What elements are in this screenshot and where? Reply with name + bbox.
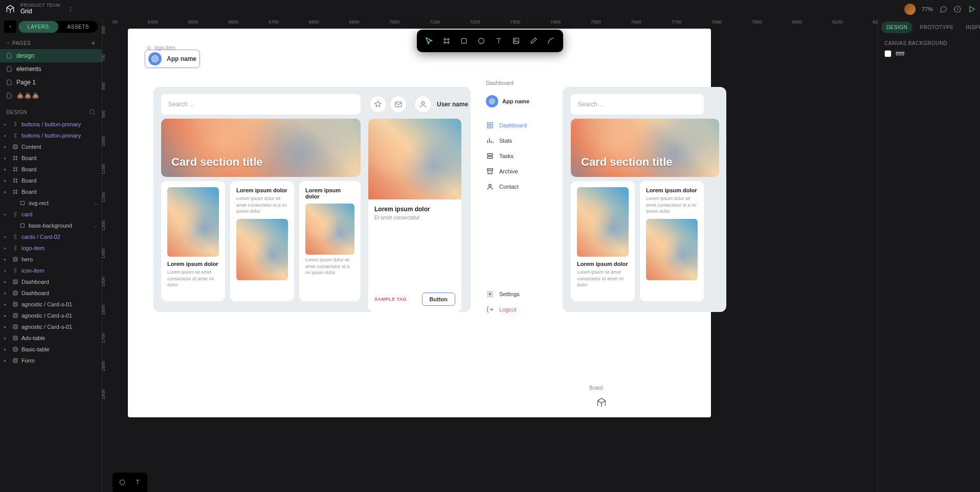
chevron-right-icon[interactable]: ▸ (4, 178, 9, 183)
pen-tool[interactable] (525, 33, 542, 49)
chevron-down-icon[interactable]: ⌄ (94, 223, 98, 229)
card[interactable]: Lorem ipsum dolor Lorem ipsum sit amet c… (571, 181, 635, 301)
move-tool[interactable] (421, 33, 437, 49)
layer-item[interactable]: ▸Board (0, 175, 102, 186)
app-logo-icon[interactable] (4, 3, 16, 15)
ellipse-tool[interactable] (473, 33, 489, 49)
nav-stats[interactable]: Stats (486, 133, 558, 148)
logo-item[interactable]: App name (486, 95, 558, 107)
layer-item[interactable]: ▸buttons / button-primary (0, 119, 102, 130)
add-page-button[interactable]: + (91, 39, 96, 47)
tab-design[interactable]: DESIGN (881, 21, 912, 33)
color-value[interactable]: ffffff (896, 51, 904, 57)
layer-item[interactable]: ▸hero (0, 254, 102, 265)
chevron-right-icon[interactable]: ▸ (4, 324, 9, 329)
layer-item[interactable]: base-background⌄ (0, 220, 102, 231)
layer-item[interactable]: ▸Board (0, 164, 102, 175)
text-tool[interactable] (491, 33, 507, 49)
star-icon[interactable] (369, 96, 387, 113)
layer-item[interactable]: ▸Dashboard (0, 287, 102, 299)
chevron-right-icon[interactable]: ▸ (4, 144, 9, 149)
nav-contact[interactable]: Contact (486, 179, 558, 194)
page-item[interactable]: Page 1 (0, 76, 102, 89)
layer-item[interactable]: ▸agnostic / Card-s-01 (0, 310, 102, 321)
chevron-right-icon[interactable]: ▸ (4, 212, 9, 217)
layer-item[interactable]: ▸agnostic / Card-s-01 (0, 321, 102, 332)
chevron-right-icon[interactable]: ▸ (4, 336, 9, 341)
chevron-down-icon[interactable] (6, 41, 10, 45)
play-icon[interactable] (968, 5, 976, 13)
chevron-right-icon[interactable]: ▸ (4, 268, 9, 273)
layer-item[interactable]: ▸Dashboard (0, 276, 102, 287)
menu-icon[interactable] (66, 5, 75, 13)
layer-item[interactable]: ▸agnostic / Card-s-01 (0, 299, 102, 310)
layer-item[interactable]: ▸cards / Card-02 (0, 231, 102, 242)
layer-item[interactable]: ▸buttons / button-primary (0, 130, 102, 141)
chevron-right-icon[interactable]: ▸ (4, 279, 9, 284)
tab-layers[interactable]: LAYERS (18, 21, 58, 33)
chevron-right-icon[interactable]: ▸ (4, 234, 9, 239)
project-name[interactable]: Grid (20, 8, 60, 15)
hero-image[interactable]: Card section title (161, 119, 361, 177)
search-input[interactable]: Search ... (161, 94, 361, 115)
nav-tasks[interactable]: Tasks (486, 148, 558, 164)
color-swatch[interactable] (884, 50, 892, 57)
chevron-right-icon[interactable]: ▸ (4, 167, 9, 172)
chevron-right-icon[interactable]: ▸ (4, 313, 9, 318)
chevron-right-icon[interactable]: ▸ (4, 290, 9, 296)
layer-item[interactable]: ▸icon-item (0, 265, 102, 276)
rect-tool[interactable] (456, 33, 472, 49)
back-button[interactable] (4, 20, 16, 33)
tab-inspect[interactable]: INSPECT (961, 21, 980, 33)
layer-item[interactable]: ▸card (0, 209, 102, 220)
board-icon[interactable] (593, 394, 610, 411)
card[interactable]: Lorem ipsum dolor Lorem ipsum sit amet c… (161, 181, 225, 301)
card[interactable]: Lorem ipsum dolor Lorem ipsum dolor sit … (640, 181, 704, 301)
layer-item[interactable]: ▸Basic-table (0, 344, 102, 355)
card[interactable]: Lorem ipsum dolor Lorem ipsum dolor sit … (230, 181, 294, 301)
button[interactable]: Button (422, 293, 455, 306)
card[interactable]: Lorem ipsum dolor Lorem ipsum dolor sit … (299, 181, 361, 301)
large-card[interactable]: Lorem ipsum dolor Et amet consectetur SA… (368, 119, 461, 312)
search-input[interactable]: Search ... (571, 94, 704, 115)
chevron-right-icon[interactable]: ▸ (4, 358, 9, 363)
shape-tool-icon[interactable] (116, 476, 129, 489)
page-item[interactable]: elements (0, 62, 102, 76)
page-item[interactable]: 💩💩💩 (0, 89, 102, 102)
image-tool[interactable] (508, 33, 524, 49)
layer-item[interactable]: ▸Board (0, 152, 102, 164)
design-frame[interactable]: logo-item App name Dashboard Search ... … (128, 29, 711, 417)
nav-logout[interactable]: Logout (486, 302, 558, 317)
tab-assets[interactable]: ASSETS (58, 21, 98, 33)
chevron-down-icon[interactable]: ⌄ (94, 200, 98, 206)
layer-item[interactable]: ▸Form (0, 355, 102, 366)
chevron-right-icon[interactable]: ▸ (4, 122, 9, 127)
nav-archive[interactable]: Archive (486, 164, 558, 179)
tab-prototype[interactable]: PROTOTYPE (915, 21, 959, 33)
chevron-right-icon[interactable]: ▸ (4, 347, 9, 352)
layer-item[interactable]: ▸Board (0, 186, 102, 197)
layer-item[interactable]: svg-rect⌄ (0, 197, 102, 209)
user-avatar[interactable] (904, 4, 916, 15)
user-badge[interactable]: User name (414, 96, 468, 113)
chevron-right-icon[interactable]: ▸ (4, 189, 9, 194)
layer-item[interactable]: ▸logo-item (0, 242, 102, 254)
mail-icon[interactable] (390, 96, 407, 113)
logo-item[interactable]: App name (146, 51, 198, 66)
frame-tool[interactable] (438, 33, 455, 49)
chevron-right-icon[interactable]: ▸ (4, 245, 9, 251)
chevron-right-icon[interactable]: ▸ (4, 155, 9, 161)
text-tool-icon[interactable] (131, 476, 144, 489)
canvas-bg-color[interactable]: ffffff (884, 50, 974, 57)
layer-item[interactable]: ▸Adv-table (0, 332, 102, 344)
chevron-right-icon[interactable]: ▸ (4, 257, 9, 262)
search-icon[interactable] (88, 108, 96, 116)
comment-icon[interactable] (939, 5, 947, 13)
chevron-right-icon[interactable]: ▸ (4, 133, 9, 138)
canvas[interactable]: logo-item App name Dashboard Search ... … (113, 29, 878, 492)
history-icon[interactable] (953, 5, 962, 13)
hero-image[interactable]: Card section title (571, 119, 719, 177)
nav-dashboard[interactable]: Dashboard (486, 118, 558, 133)
page-item[interactable]: design (0, 49, 102, 62)
chevron-right-icon[interactable]: ▸ (4, 302, 9, 307)
